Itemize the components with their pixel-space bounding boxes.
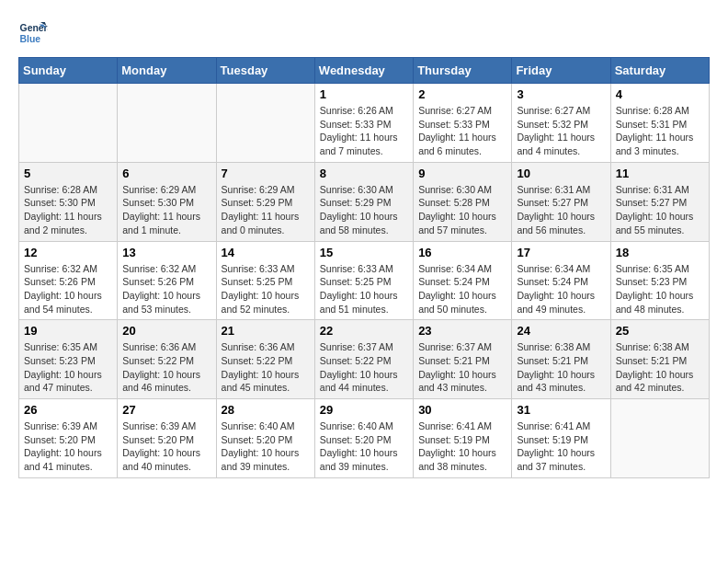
day-info: Sunrise: 6:33 AMSunset: 5:25 PMDaylight:… bbox=[222, 262, 310, 316]
calendar-cell: 12Sunrise: 6:32 AMSunset: 5:26 PMDayligh… bbox=[19, 241, 118, 320]
calendar-cell: 6Sunrise: 6:29 AMSunset: 5:30 PMDaylight… bbox=[118, 162, 216, 241]
day-info: Sunrise: 6:29 AMSunset: 5:29 PMDaylight:… bbox=[222, 183, 310, 237]
day-number: 4 bbox=[616, 87, 704, 101]
page-header: General Blue bbox=[18, 18, 710, 48]
day-number: 29 bbox=[320, 403, 408, 417]
weekday-header-tuesday: Tuesday bbox=[216, 58, 314, 84]
calendar-cell: 3Sunrise: 6:27 AMSunset: 5:32 PMDaylight… bbox=[512, 84, 610, 163]
logo: General Blue bbox=[18, 18, 51, 48]
day-number: 13 bbox=[122, 246, 210, 259]
weekday-header-row: SundayMondayTuesdayWednesdayThursdayFrid… bbox=[19, 58, 710, 84]
day-info: Sunrise: 6:36 AMSunset: 5:22 PMDaylight:… bbox=[122, 340, 210, 395]
calendar-cell: 4Sunrise: 6:28 AMSunset: 5:31 PMDaylight… bbox=[610, 84, 709, 163]
day-info: Sunrise: 6:32 AMSunset: 5:26 PMDaylight:… bbox=[122, 262, 210, 316]
calendar-cell: 18Sunrise: 6:35 AMSunset: 5:23 PMDayligh… bbox=[610, 241, 709, 320]
day-info: Sunrise: 6:31 AMSunset: 5:27 PMDaylight:… bbox=[616, 183, 704, 237]
calendar-cell bbox=[610, 399, 709, 478]
day-number: 20 bbox=[122, 324, 210, 338]
weekday-header-friday: Friday bbox=[512, 58, 610, 84]
day-info: Sunrise: 6:38 AMSunset: 5:21 PMDaylight:… bbox=[616, 340, 704, 395]
day-info: Sunrise: 6:39 AMSunset: 5:20 PMDaylight:… bbox=[24, 419, 112, 474]
day-number: 1 bbox=[320, 87, 408, 101]
calendar-cell: 27Sunrise: 6:39 AMSunset: 5:20 PMDayligh… bbox=[118, 399, 216, 478]
calendar-cell: 21Sunrise: 6:36 AMSunset: 5:22 PMDayligh… bbox=[216, 320, 314, 399]
calendar-week-row: 26Sunrise: 6:39 AMSunset: 5:20 PMDayligh… bbox=[19, 399, 710, 478]
calendar-week-row: 5Sunrise: 6:28 AMSunset: 5:30 PMDaylight… bbox=[19, 162, 710, 241]
calendar-cell: 31Sunrise: 6:41 AMSunset: 5:19 PMDayligh… bbox=[512, 399, 610, 478]
day-number: 27 bbox=[122, 403, 210, 417]
day-number: 2 bbox=[418, 87, 506, 101]
day-number: 15 bbox=[320, 246, 408, 259]
calendar-cell: 19Sunrise: 6:35 AMSunset: 5:23 PMDayligh… bbox=[19, 320, 118, 399]
day-number: 23 bbox=[418, 324, 506, 338]
day-number: 7 bbox=[222, 167, 310, 180]
day-number: 30 bbox=[418, 403, 506, 417]
day-info: Sunrise: 6:27 AMSunset: 5:32 PMDaylight:… bbox=[517, 104, 605, 158]
day-number: 31 bbox=[517, 403, 605, 417]
calendar-cell: 5Sunrise: 6:28 AMSunset: 5:30 PMDaylight… bbox=[19, 162, 118, 241]
weekday-header-wednesday: Wednesday bbox=[314, 58, 413, 84]
day-info: Sunrise: 6:35 AMSunset: 5:23 PMDaylight:… bbox=[24, 340, 112, 395]
day-info: Sunrise: 6:28 AMSunset: 5:30 PMDaylight:… bbox=[24, 183, 112, 237]
day-number: 25 bbox=[616, 324, 704, 338]
calendar-cell: 10Sunrise: 6:31 AMSunset: 5:27 PMDayligh… bbox=[512, 162, 610, 241]
calendar-cell: 14Sunrise: 6:33 AMSunset: 5:25 PMDayligh… bbox=[216, 241, 314, 320]
day-number: 6 bbox=[122, 167, 210, 180]
day-number: 24 bbox=[517, 324, 605, 338]
weekday-header-thursday: Thursday bbox=[414, 58, 512, 84]
day-number: 18 bbox=[616, 246, 704, 259]
day-number: 16 bbox=[418, 246, 506, 259]
day-info: Sunrise: 6:30 AMSunset: 5:29 PMDaylight:… bbox=[320, 183, 408, 237]
day-number: 10 bbox=[517, 167, 605, 180]
calendar-cell: 16Sunrise: 6:34 AMSunset: 5:24 PMDayligh… bbox=[414, 241, 512, 320]
weekday-header-monday: Monday bbox=[118, 58, 216, 84]
day-number: 12 bbox=[24, 246, 112, 259]
day-info: Sunrise: 6:34 AMSunset: 5:24 PMDaylight:… bbox=[418, 262, 506, 316]
day-number: 14 bbox=[222, 246, 310, 259]
weekday-header-saturday: Saturday bbox=[610, 58, 709, 84]
day-info: Sunrise: 6:35 AMSunset: 5:23 PMDaylight:… bbox=[616, 262, 704, 316]
day-info: Sunrise: 6:28 AMSunset: 5:31 PMDaylight:… bbox=[616, 104, 704, 158]
calendar-cell: 24Sunrise: 6:38 AMSunset: 5:21 PMDayligh… bbox=[512, 320, 610, 399]
calendar-cell: 29Sunrise: 6:40 AMSunset: 5:20 PMDayligh… bbox=[314, 399, 413, 478]
calendar-table: SundayMondayTuesdayWednesdayThursdayFrid… bbox=[18, 57, 710, 478]
day-number: 26 bbox=[24, 403, 112, 417]
calendar-cell: 26Sunrise: 6:39 AMSunset: 5:20 PMDayligh… bbox=[19, 399, 118, 478]
day-info: Sunrise: 6:41 AMSunset: 5:19 PMDaylight:… bbox=[418, 419, 506, 474]
day-number: 9 bbox=[418, 167, 506, 180]
day-number: 5 bbox=[24, 167, 112, 180]
calendar-cell bbox=[118, 84, 216, 163]
calendar-week-row: 19Sunrise: 6:35 AMSunset: 5:23 PMDayligh… bbox=[19, 320, 710, 399]
calendar-cell: 17Sunrise: 6:34 AMSunset: 5:24 PMDayligh… bbox=[512, 241, 610, 320]
day-number: 19 bbox=[24, 324, 112, 338]
calendar-cell: 15Sunrise: 6:33 AMSunset: 5:25 PMDayligh… bbox=[314, 241, 413, 320]
day-info: Sunrise: 6:27 AMSunset: 5:33 PMDaylight:… bbox=[418, 104, 506, 158]
calendar-cell: 7Sunrise: 6:29 AMSunset: 5:29 PMDaylight… bbox=[216, 162, 314, 241]
calendar-cell: 23Sunrise: 6:37 AMSunset: 5:21 PMDayligh… bbox=[414, 320, 512, 399]
day-number: 22 bbox=[320, 324, 408, 338]
calendar-cell bbox=[216, 84, 314, 163]
day-number: 8 bbox=[320, 167, 408, 180]
weekday-header-sunday: Sunday bbox=[19, 58, 118, 84]
calendar-cell: 9Sunrise: 6:30 AMSunset: 5:28 PMDaylight… bbox=[414, 162, 512, 241]
calendar-cell bbox=[19, 84, 118, 163]
calendar-cell: 13Sunrise: 6:32 AMSunset: 5:26 PMDayligh… bbox=[118, 241, 216, 320]
calendar-week-row: 12Sunrise: 6:32 AMSunset: 5:26 PMDayligh… bbox=[19, 241, 710, 320]
calendar-cell: 2Sunrise: 6:27 AMSunset: 5:33 PMDaylight… bbox=[414, 84, 512, 163]
calendar-cell: 25Sunrise: 6:38 AMSunset: 5:21 PMDayligh… bbox=[610, 320, 709, 399]
calendar-cell: 8Sunrise: 6:30 AMSunset: 5:29 PMDaylight… bbox=[314, 162, 413, 241]
day-number: 11 bbox=[616, 167, 704, 180]
day-info: Sunrise: 6:26 AMSunset: 5:33 PMDaylight:… bbox=[320, 104, 408, 158]
svg-text:Blue: Blue bbox=[20, 34, 41, 44]
day-info: Sunrise: 6:30 AMSunset: 5:28 PMDaylight:… bbox=[418, 183, 506, 237]
day-info: Sunrise: 6:31 AMSunset: 5:27 PMDaylight:… bbox=[517, 183, 605, 237]
day-number: 17 bbox=[517, 246, 605, 259]
day-number: 21 bbox=[222, 324, 310, 338]
calendar-cell: 1Sunrise: 6:26 AMSunset: 5:33 PMDaylight… bbox=[314, 84, 413, 163]
calendar-cell: 28Sunrise: 6:40 AMSunset: 5:20 PMDayligh… bbox=[216, 399, 314, 478]
day-info: Sunrise: 6:37 AMSunset: 5:22 PMDaylight:… bbox=[320, 340, 408, 395]
day-info: Sunrise: 6:36 AMSunset: 5:22 PMDaylight:… bbox=[222, 340, 310, 395]
day-info: Sunrise: 6:33 AMSunset: 5:25 PMDaylight:… bbox=[320, 262, 408, 316]
day-info: Sunrise: 6:41 AMSunset: 5:19 PMDaylight:… bbox=[517, 419, 605, 474]
day-number: 3 bbox=[517, 87, 605, 101]
